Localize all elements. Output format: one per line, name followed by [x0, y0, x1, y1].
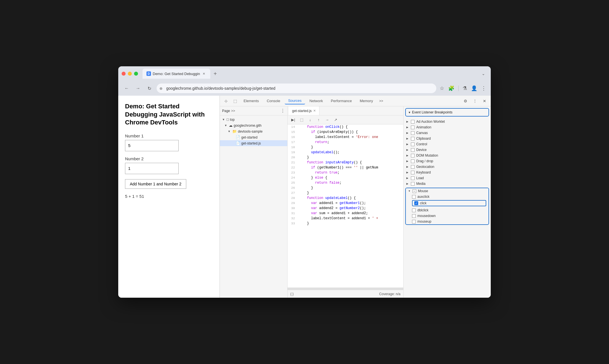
deactivate-icon[interactable]: ↗ [332, 117, 339, 123]
bp-checkbox-ad-auction[interactable] [411, 120, 415, 124]
editor-tab-get-started-js[interactable]: get-started.js ✕ [289, 106, 319, 115]
bp-item-auxclick[interactable]: auxclick [406, 194, 488, 199]
breakpoints-expand-arrow[interactable]: ▼ [408, 111, 411, 114]
bp-item-mousedown[interactable]: mousedown [406, 213, 488, 219]
sources-more-button[interactable]: >> [231, 109, 235, 113]
line-content-27: } [298, 190, 403, 196]
bp-checkbox-mouseup[interactable] [412, 220, 416, 223]
settings-icon[interactable]: ⚙ [461, 97, 469, 105]
inspect-element-icon[interactable]: ⊹ [222, 97, 230, 105]
close-devtools-icon[interactable]: ✕ [481, 97, 488, 105]
step-into-icon[interactable]: ↓ [307, 117, 314, 123]
bp-item-drag-drop[interactable]: ▶ Drag / drop [404, 158, 491, 164]
line-num-24: 24 [288, 175, 298, 180]
bp-checkbox-device[interactable] [411, 148, 415, 152]
forward-button[interactable]: → [134, 84, 142, 92]
mouse-header[interactable]: ▼ − Mouse [406, 188, 488, 194]
click-item[interactable]: ✓ click [412, 200, 486, 206]
bp-checkbox-load[interactable] [411, 176, 415, 180]
bp-item-animation[interactable]: ▶ Animation [404, 124, 491, 130]
profile-icon[interactable]: 👤 [471, 85, 477, 91]
bookmark-icon[interactable]: ☆ [440, 85, 444, 91]
more-tabs-button[interactable]: >> [378, 98, 385, 104]
bp-checkbox-geolocation[interactable] [411, 165, 415, 169]
tree-item-get-started-js[interactable]: 📄 get-started.js [220, 140, 287, 146]
traffic-lights [122, 72, 138, 76]
bp-item-media[interactable]: ▶ Media [404, 181, 491, 187]
code-editor[interactable]: 14 function onClick() { 15 if (inputsAre… [288, 124, 403, 288]
line-num-30: 30 [288, 206, 298, 211]
pretty-print-icon[interactable]: { } [290, 292, 293, 296]
bp-checkbox-keyboard[interactable] [411, 171, 415, 174]
menu-icon[interactable]: ⋮ [481, 85, 486, 91]
tree-item-devtools[interactable]: ▼ 📁 devtools-sample [220, 128, 287, 134]
line-num-28: 28 [288, 196, 298, 201]
bp-item-control[interactable]: ▶ Control [404, 141, 491, 147]
page-title: Demo: Get Started Debugging JavaScript w… [125, 102, 213, 127]
step-out-icon[interactable]: ↑ [315, 117, 322, 123]
bp-checkbox-media[interactable] [411, 182, 415, 186]
tab-memory[interactable]: Memory [356, 98, 376, 104]
bp-checkbox-click[interactable]: ✓ [414, 201, 418, 205]
bp-checkbox-dblclick[interactable] [412, 209, 416, 212]
code-line-16: 16 label.textContent = 'Error: one [288, 135, 403, 140]
format-toggle-icon[interactable]: ▶| [290, 117, 297, 123]
tab-close-button[interactable]: ✕ [202, 71, 206, 76]
sources-menu-button[interactable]: ⋮ [281, 108, 285, 113]
code-line-23: 23 return true; [288, 170, 403, 175]
bp-item-canvas[interactable]: ▶ Canvas [404, 130, 491, 136]
bp-checkbox-mousedown[interactable] [412, 214, 416, 218]
tab-elements[interactable]: Elements [240, 98, 262, 104]
horizontal-scrollbar[interactable] [288, 288, 403, 290]
bp-checkbox-drag-drop[interactable] [411, 159, 415, 163]
address-input[interactable] [157, 84, 436, 93]
close-button[interactable] [122, 72, 126, 76]
tree-item-googlechrome[interactable]: ▼ ☁ googlechrome.gith [220, 122, 287, 128]
maximize-button[interactable] [134, 72, 138, 76]
code-line-14: 14 function onClick() { [288, 124, 403, 130]
step-over-icon[interactable]: ⬚ [298, 117, 305, 123]
bp-checkbox-clipboard[interactable] [411, 137, 415, 141]
toolbar-divider [458, 85, 459, 91]
tab-console[interactable]: Console [263, 98, 284, 104]
tab-sources[interactable]: Sources [285, 97, 305, 104]
tab-network[interactable]: Network [306, 98, 327, 104]
extensions-icon[interactable]: 🧩 [448, 85, 454, 91]
browser-tab[interactable]: D Demo: Get Started Debuggin ✕ [143, 69, 210, 79]
number2-input[interactable] [125, 163, 179, 174]
tab-dropdown-button[interactable]: ⌄ [479, 70, 487, 78]
bp-item-dom-mutation[interactable]: ▶ DOM Mutation [404, 153, 491, 158]
devtools-icon[interactable]: ⚗ [463, 85, 467, 91]
line-num-16: 16 [288, 135, 298, 140]
bp-item-ad-auction[interactable]: ▶ Ad Auction Worklet [404, 119, 491, 124]
device-toolbar-icon[interactable]: ⬚ [231, 97, 239, 105]
devtools-menu-icon[interactable]: ⋮ [471, 97, 479, 105]
bp-item-keyboard[interactable]: ▶ Keyboard [404, 170, 491, 175]
bp-item-load[interactable]: ▶ Load [404, 175, 491, 181]
minimize-button[interactable] [128, 72, 132, 76]
tree-item-top[interactable]: ▼ □ top [220, 117, 287, 122]
bp-item-dblclick[interactable]: dblclick [406, 207, 488, 213]
back-button[interactable]: ← [123, 84, 131, 92]
tab-performance[interactable]: Performance [327, 98, 355, 104]
bp-checkbox-animation[interactable] [411, 126, 415, 129]
bp-item-device[interactable]: ▶ Device [404, 147, 491, 153]
bp-checkbox-mouse[interactable]: − [413, 189, 416, 193]
new-tab-button[interactable]: + [211, 70, 219, 78]
bp-checkbox-canvas[interactable] [411, 131, 415, 135]
bp-item-mouseup[interactable]: mouseup [406, 219, 488, 224]
bp-checkbox-auxclick[interactable] [412, 195, 416, 199]
add-button[interactable]: Add Number 1 and Number 2 [125, 179, 186, 189]
tree-label-googlechrome: googlechrome.gith [234, 124, 262, 128]
tree-item-get-started[interactable]: 📄 get-started [220, 134, 287, 140]
editor-tab-close[interactable]: ✕ [313, 109, 316, 113]
refresh-button[interactable]: ↻ [145, 84, 153, 92]
line-content-21: function inputsAreEmpty() { [298, 160, 403, 165]
bp-item-clipboard[interactable]: ▶ Clipboard [404, 136, 491, 141]
file-tree: ▼ □ top ▼ ☁ googlechrome.gith ▼ 📁 d [220, 115, 287, 298]
step-icon[interactable]: → [324, 117, 330, 123]
bp-item-geolocation[interactable]: ▶ Geolocation [404, 164, 491, 170]
number1-input[interactable] [125, 140, 179, 151]
bp-checkbox-control[interactable] [411, 142, 415, 146]
bp-checkbox-dom-mutation[interactable] [411, 154, 415, 157]
